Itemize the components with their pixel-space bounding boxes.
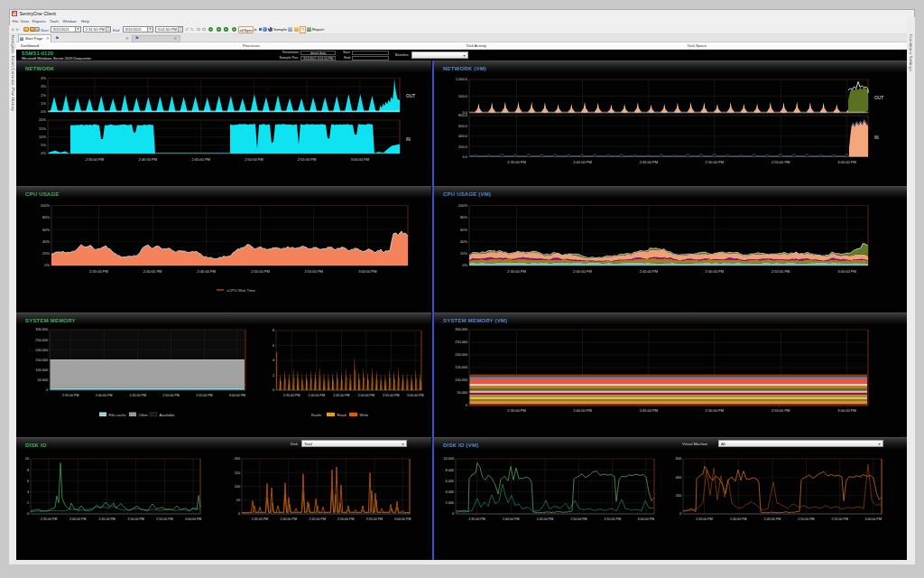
svg-text:150: 150 [235,471,240,475]
svg-text:4: 4 [273,359,274,362]
svg-text:3:00:00 PM: 3:00:00 PM [229,394,245,397]
svg-text:2:45:00 PM: 2:45:00 PM [640,160,658,164]
svg-text:0: 0 [273,388,274,392]
svg-text:100: 100 [235,485,240,489]
svg-text:2:45:00 PM: 2:45:00 PM [640,269,658,274]
svg-text:2,000: 2,000 [445,501,454,505]
svg-text:2:45:00 PM: 2:45:00 PM [191,157,209,162]
svg-text:2:35:00 PM: 2:35:00 PM [86,157,104,162]
svg-text:2:35:00 PM: 2:35:00 PM [283,394,300,397]
svg-text:2:45:00 PM: 2:45:00 PM [310,517,326,521]
svg-text:4: 4 [27,490,29,494]
svg-text:2:40:00 PM: 2:40:00 PM [281,517,297,521]
svg-text:2:50:00 PM: 2:50:00 PM [570,517,587,521]
svg-text:Faults: Faults [311,413,321,417]
svg-text:Available: Available [160,413,176,417]
svg-text:20%: 20% [39,117,46,122]
svg-text:2:50:00 PM: 2:50:00 PM [706,408,724,413]
svg-text:50,000: 50,000 [37,378,48,382]
svg-text:800.0: 800.0 [458,113,468,117]
svg-text:600.0: 600.0 [458,124,468,128]
svg-text:2:40:00 PM: 2:40:00 PM [69,517,86,521]
svg-text:Other: Other [139,413,149,417]
svg-text:2:55:00 PM: 2:55:00 PM [298,157,316,162]
svg-text:2:50:00 PM: 2:50:00 PM [251,269,269,274]
svg-text:2:35:00 PM: 2:35:00 PM [696,517,712,521]
svg-text:80%: 80% [42,215,50,219]
svg-text:File cache: File cache [109,413,127,417]
svg-text:400.0: 400.0 [458,134,468,138]
svg-text:2%: 2% [41,93,46,98]
svg-text:200,000: 200,000 [455,353,467,357]
svg-text:0.0: 0.0 [462,154,467,159]
svg-text:2:45:00 PM: 2:45:00 PM [130,394,146,397]
svg-text:2:50:00 PM: 2:50:00 PM [706,160,724,164]
svg-text:2: 2 [27,501,29,505]
svg-text:1,000.0: 1,000.0 [456,77,468,81]
svg-text:2:40:00 PM: 2:40:00 PM [573,408,591,413]
svg-text:50,000: 50,000 [457,391,467,395]
svg-text:5%: 5% [41,143,46,147]
svg-text:2:55:00 PM: 2:55:00 PM [366,517,383,521]
svg-text:150,000: 150,000 [455,366,467,369]
svg-text:2:50:00 PM: 2:50:00 PM [358,394,374,397]
svg-text:3:00:00 PM: 3:00:00 PM [394,517,411,521]
svg-text:2:50:00 PM: 2:50:00 PM [162,394,179,397]
svg-text:2:40:00 PM: 2:40:00 PM [96,394,112,397]
svg-text:0: 0 [238,512,240,516]
svg-text:2:40:00 PM: 2:40:00 PM [143,269,162,274]
svg-text:OUT: OUT [874,96,883,100]
svg-text:2:55:00 PM: 2:55:00 PM [772,160,790,164]
svg-text:IN: IN [874,135,879,140]
svg-text:3%: 3% [41,84,46,89]
svg-text:10: 10 [25,457,29,461]
svg-text:2:40:00 PM: 2:40:00 PM [139,157,157,162]
svg-text:2:45:00 PM: 2:45:00 PM [333,394,349,397]
svg-text:0: 0 [27,512,29,516]
svg-text:50: 50 [236,499,240,502]
svg-text:2:40:00 PM: 2:40:00 PM [573,269,591,274]
svg-text:3:00:00 PM: 3:00:00 PM [407,394,423,397]
svg-text:3:00:00 PM: 3:00:00 PM [638,517,654,521]
svg-text:3:00:00 PM: 3:00:00 PM [837,160,855,164]
svg-text:8: 8 [27,469,29,472]
svg-text:2:45:00 PM: 2:45:00 PM [198,269,216,274]
svg-text:2:55:00 PM: 2:55:00 PM [304,269,322,274]
svg-text:0: 0 [46,388,48,392]
svg-text:3:00:00 PM: 3:00:00 PM [865,517,882,521]
svg-text:1%: 1% [41,101,46,106]
svg-text:20%: 20% [460,251,467,256]
svg-text:3:00:00 PM: 3:00:00 PM [358,269,376,274]
svg-text:600: 600 [676,457,681,461]
svg-text:2:55:00 PM: 2:55:00 PM [383,394,399,397]
svg-text:0%: 0% [44,263,50,267]
svg-text:2:55:00 PM: 2:55:00 PM [196,394,212,397]
svg-text:2:35:00 PM: 2:35:00 PM [62,394,79,397]
svg-text:3:00:00 PM: 3:00:00 PM [185,517,201,521]
svg-text:3:00:00 PM: 3:00:00 PM [351,157,369,162]
svg-text:8: 8 [273,329,274,332]
svg-text:IN: IN [406,137,411,142]
svg-text:2:55:00 PM: 2:55:00 PM [772,408,790,413]
svg-text:200,000: 200,000 [35,349,48,352]
svg-text:300,000: 300,000 [35,328,48,331]
svg-text:400: 400 [676,476,681,480]
svg-text:2:40:00 PM: 2:40:00 PM [730,517,746,521]
svg-text:2:35:00 PM: 2:35:00 PM [507,160,525,164]
svg-text:vCPU Wait Time: vCPU Wait Time [226,288,256,293]
svg-text:200: 200 [235,457,240,461]
svg-text:2:50:00 PM: 2:50:00 PM [798,517,814,521]
svg-text:8,000: 8,000 [445,469,454,472]
svg-text:2:45:00 PM: 2:45:00 PM [98,517,115,521]
svg-text:4%: 4% [41,76,46,80]
svg-text:250,000: 250,000 [455,340,467,344]
svg-text:2:55:00 PM: 2:55:00 PM [772,269,790,274]
svg-text:2:35:00 PM: 2:35:00 PM [507,269,525,274]
svg-text:15%: 15% [39,126,46,131]
svg-text:250,000: 250,000 [35,339,48,342]
svg-text:2:50:00 PM: 2:50:00 PM [706,269,724,274]
svg-text:100,000: 100,000 [35,368,48,372]
svg-text:300,000: 300,000 [455,328,467,331]
svg-text:2:40:00 PM: 2:40:00 PM [309,394,325,397]
svg-text:0: 0 [679,512,681,516]
